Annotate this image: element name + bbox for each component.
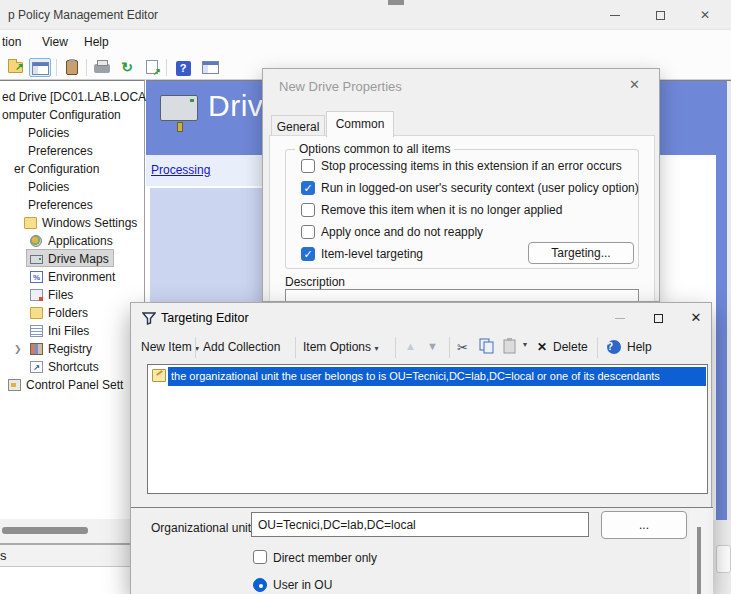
dialog-title: New Drive Properties [279, 79, 402, 94]
console-window-icon[interactable] [29, 58, 51, 77]
targeting-items-list[interactable]: the organizational unit the user belongs… [147, 364, 708, 494]
shortcuts-icon: ↗ [30, 361, 43, 373]
drive-icon [30, 255, 43, 264]
targeting-item-text: the organizational unit the user belongs… [168, 367, 706, 386]
registry-icon [30, 343, 43, 355]
scrollbar-thumb[interactable] [2, 527, 88, 534]
tree-item-policies[interactable]: Policies [28, 124, 69, 142]
tab-general[interactable]: General [271, 115, 325, 137]
printer-icon[interactable] [91, 58, 113, 77]
targeting-toolbar: New Item ▾ Add Collection Item Options ▾… [131, 333, 711, 363]
chevron-right-icon[interactable]: ❯ [14, 340, 22, 358]
organizational-unit-input[interactable] [251, 512, 589, 537]
new-drive-properties-dialog: New Drive Properties ✕ General Common Op… [262, 68, 660, 302]
move-up-icon[interactable]: ▲ [405, 340, 416, 352]
minimize-button[interactable] [600, 6, 630, 24]
tree-item-ini-files[interactable]: Ini Files [0, 322, 41, 340]
processing-tab[interactable]: Processing [151, 163, 210, 177]
checkbox[interactable]: ✓ [301, 247, 315, 261]
checkbox[interactable]: ✓ [301, 181, 315, 195]
maximize-button[interactable] [645, 309, 671, 327]
checkbox[interactable]: ✓ [301, 203, 315, 217]
tree-item-control-panel-settings[interactable]: Control Panel Sett [0, 376, 97, 394]
tree-item-registry[interactable]: ❯Registry [0, 340, 44, 358]
item-properties-panel: Organizational unit ... ✓ Direct member … [131, 507, 713, 594]
cut-icon[interactable]: ✂ [457, 340, 468, 355]
tab-common[interactable]: Common [326, 111, 394, 137]
tree-item-environment[interactable]: %Environment [0, 268, 67, 286]
tree-item-shortcuts[interactable]: ↗Shortcuts [0, 358, 51, 376]
folder-icon [24, 217, 37, 229]
tree-item-policies-user[interactable]: Policies [28, 178, 69, 196]
minimize-icon [615, 318, 625, 319]
control-panel-icon [8, 379, 21, 391]
chevron-down-icon: ▾ [374, 344, 378, 353]
environment-icon: % [30, 271, 43, 283]
import-folder-icon[interactable]: ↗ [4, 58, 26, 77]
menu-bar [0, 30, 731, 55]
copy-icon[interactable] [479, 338, 495, 355]
delete-button[interactable]: Delete [553, 340, 588, 354]
maximize-icon [656, 11, 665, 20]
add-collection-button[interactable]: Add Collection [203, 340, 280, 354]
tree-horizontal-scrollbar[interactable] [0, 519, 145, 543]
delete-x-icon[interactable]: ✕ [537, 340, 547, 354]
refresh-icon[interactable]: ↻ [116, 58, 138, 77]
tree-item-preferences[interactable]: Preferences [28, 142, 93, 160]
tree-item-drive-maps[interactable]: Drive Maps [0, 250, 61, 268]
menu-help[interactable]: Help [84, 35, 109, 49]
browse-button[interactable]: ... [601, 511, 687, 539]
move-down-icon[interactable]: ▼ [427, 340, 438, 352]
close-icon: ✕ [700, 8, 710, 22]
menu-action[interactable]: tion [2, 35, 21, 49]
tree-item-user-configuration[interactable]: er Configuration [14, 160, 99, 178]
paste-icon[interactable] [503, 338, 517, 355]
minimize-icon [610, 15, 620, 16]
user-in-ou-radio[interactable] [253, 578, 267, 592]
scrollbar-thumb[interactable] [697, 527, 701, 594]
paste-dropdown-icon[interactable]: ▾ [523, 340, 527, 349]
description-label: Description [285, 275, 345, 289]
applications-icon [30, 235, 42, 247]
processing-tab-row: Processing [146, 155, 265, 186]
maximize-button[interactable] [645, 6, 675, 24]
clipboard-icon[interactable] [61, 58, 83, 77]
panel-scrollbar[interactable] [690, 509, 708, 594]
close-button[interactable]: ✕ [683, 309, 709, 327]
help-button[interactable]: Help [627, 340, 652, 354]
export-list-icon[interactable]: ↗ [141, 58, 163, 77]
close-button[interactable]: ✕ [690, 6, 720, 24]
tree-item-folders[interactable]: Folders [0, 304, 40, 322]
new-item-button[interactable]: New Item ▾ [141, 340, 199, 354]
drive-maps-header-icon [160, 95, 198, 121]
console-tree-icon[interactable] [199, 58, 221, 77]
maximize-icon [654, 314, 663, 323]
targeting-item-icon [152, 369, 166, 382]
help-icon[interactable]: ? [172, 58, 194, 77]
user-in-ou-label: User in OU [273, 578, 332, 592]
dialog-title: Targeting Editor [161, 311, 249, 325]
menu-view[interactable]: View [42, 35, 68, 49]
item-options-button[interactable]: Item Options ▾ [303, 340, 378, 354]
targeting-item-row[interactable]: the organizational unit the user belongs… [148, 367, 707, 386]
tree-item-root[interactable]: ed Drive [DC01.LAB.LOCA [2, 88, 146, 106]
funnel-icon [142, 312, 156, 325]
tree-item-windows-settings[interactable]: Windows Settings [0, 214, 95, 232]
description-textarea[interactable] [285, 289, 639, 302]
close-icon[interactable]: ✕ [629, 77, 640, 92]
group-box-title: Options common to all items [295, 142, 454, 156]
minimize-button[interactable] [607, 309, 633, 327]
organizational-unit-label: Organizational unit [151, 521, 251, 535]
tree-item-applications[interactable]: Applications [0, 232, 65, 250]
tree-item-preferences-user[interactable]: Preferences [28, 196, 93, 214]
tree-item-computer-configuration[interactable]: omputer Configuration [2, 106, 121, 124]
targeting-button[interactable]: Targeting... [528, 242, 634, 264]
targeting-editor-dialog: Targeting Editor ✕ New Item ▾ Add Collec… [130, 302, 712, 594]
direct-member-only-label: Direct member only [273, 551, 377, 565]
checkbox[interactable]: ✓ [301, 159, 315, 173]
tree-item-files[interactable]: Files [0, 286, 25, 304]
files-icon [30, 289, 43, 301]
direct-member-only-checkbox[interactable]: ✓ [253, 550, 267, 564]
checkbox[interactable]: ✓ [301, 225, 315, 239]
help-icon[interactable]: ? [607, 338, 621, 354]
